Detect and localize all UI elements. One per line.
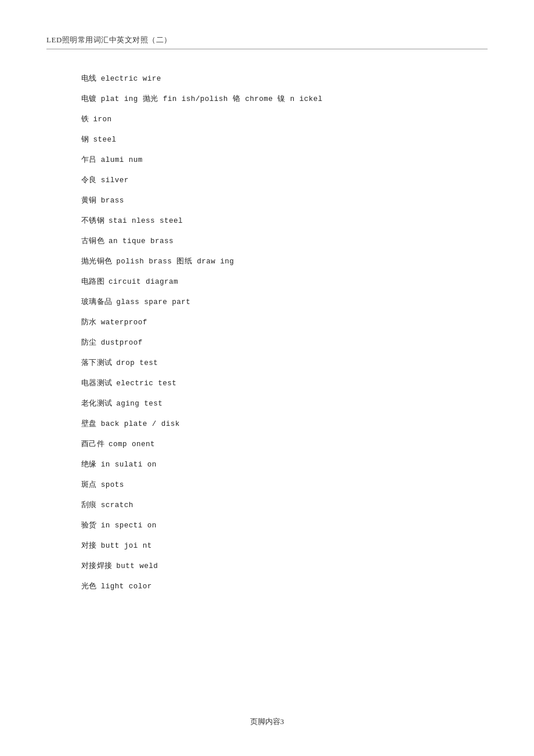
header-section: LED照明常用词汇中英文对照（二） [46, 35, 488, 49]
page-title: LED照明常用词汇中英文对照（二） [46, 35, 488, 49]
en-text: steel [93, 136, 116, 144]
list-item: 电镀 plat ing 抛光 fin ish/polish 铬 chrome 镍… [81, 93, 488, 105]
list-item: 落下测试 drop test [81, 357, 488, 369]
zh-text: 令良 [81, 175, 101, 184]
en-text: spots [101, 481, 124, 489]
list-item: 电线 electric wire [81, 73, 488, 85]
zh-text: 老化测试 [81, 399, 116, 407]
zh-text: 壁盘 [81, 419, 101, 428]
list-item: 对接 butt joi nt [81, 540, 488, 552]
list-item: 光色 light color [81, 580, 488, 592]
en-text: an tique brass [109, 237, 174, 245]
list-item: 电器测试 electric test [81, 377, 488, 389]
en-text: glass spare part [116, 298, 190, 306]
list-item: 防尘 dustproof [81, 337, 488, 349]
list-item: 验货 in specti on [81, 519, 488, 531]
zh-text: 不锈钢 [81, 216, 109, 225]
zh-text: 玻璃备品 [81, 297, 116, 306]
en-text: stai nless steel [109, 217, 183, 225]
en-text: dustproof [101, 339, 143, 347]
page-container: LED照明常用词汇中英文对照（二） 电线 electric wire电镀 pla… [0, 0, 534, 756]
zh-text: 电线 [81, 74, 101, 82]
list-item: 钢 steel [81, 133, 488, 146]
en-text: electric wire [101, 75, 161, 83]
zh-text: 电路图 [81, 277, 109, 285]
zh-text: 黄铜 [81, 196, 101, 204]
en-text: polish brass 图纸 draw ing [116, 258, 234, 266]
list-item: 斑点 spots [81, 479, 488, 491]
en-text: circuit diagram [109, 278, 178, 286]
en-text: electric test [116, 379, 176, 388]
en-text: plat ing 抛光 fin ish/polish 铬 chrome 镍 n … [101, 95, 323, 103]
list-item: 铁 iron [81, 113, 488, 125]
list-item: 防水 waterproof [81, 316, 488, 328]
zh-text: 电器测试 [81, 378, 116, 387]
zh-text: 钢 [81, 135, 93, 143]
list-item: 老化测试 aging test [81, 397, 488, 410]
en-text: comp onent [109, 440, 155, 448]
zh-text: 光色 [81, 581, 101, 590]
zh-text: 刮痕 [81, 500, 101, 509]
list-item: 不锈钢 stai nless steel [81, 215, 488, 227]
en-text: butt weld [116, 562, 158, 570]
zh-text: 斑点 [81, 480, 101, 489]
en-text: scratch [101, 501, 134, 509]
en-text: in sulati on [101, 461, 157, 469]
en-text: in specti on [101, 522, 157, 530]
en-text: alumi num [101, 156, 143, 164]
footer-text: 页脚内容3 [250, 717, 284, 726]
list-item: 刮痕 scratch [81, 499, 488, 511]
list-item: 绝缘 in sulati on [81, 458, 488, 471]
zh-text: 乍吕 [81, 155, 101, 164]
en-text: brass [101, 197, 124, 205]
list-item: 乍吕 alumi num [81, 154, 488, 166]
zh-text: 防尘 [81, 338, 101, 346]
footer: 页脚内容3 [0, 717, 534, 727]
zh-text: 绝缘 [81, 460, 101, 468]
list-item: 令良 silver [81, 174, 488, 186]
list-item: 抛光铜色 polish brass 图纸 draw ing [81, 255, 488, 267]
zh-text: 古铜色 [81, 236, 109, 245]
zh-text: 电镀 [81, 94, 101, 103]
en-text: butt joi nt [101, 542, 152, 550]
zh-text: 防水 [81, 317, 101, 326]
zh-text: 铁 [81, 114, 93, 123]
en-text: aging test [116, 400, 163, 408]
en-text: iron [93, 115, 111, 124]
content-area: 电线 electric wire电镀 plat ing 抛光 fin ish/p… [46, 63, 488, 592]
en-text: silver [101, 176, 129, 185]
zh-text: 对接焊接 [81, 561, 116, 570]
zh-text: 酉己件 [81, 439, 109, 448]
list-item: 黄铜 brass [81, 194, 488, 207]
en-text: drop test [116, 359, 158, 367]
en-text: back plate / disk [101, 420, 180, 428]
zh-text: 落下测试 [81, 358, 116, 367]
list-item: 玻璃备品 glass spare part [81, 296, 488, 308]
zh-text: 对接 [81, 541, 101, 549]
list-item: 对接焊接 butt weld [81, 560, 488, 572]
zh-text: 验货 [81, 520, 101, 529]
zh-text: 抛光铜色 [81, 256, 116, 265]
list-item: 电路图 circuit diagram [81, 276, 488, 288]
en-text: light color [101, 583, 152, 591]
list-item: 古铜色 an tique brass [81, 235, 488, 247]
list-item: 壁盘 back plate / disk [81, 418, 488, 430]
en-text: waterproof [101, 319, 147, 327]
list-item: 酉己件 comp onent [81, 438, 488, 450]
